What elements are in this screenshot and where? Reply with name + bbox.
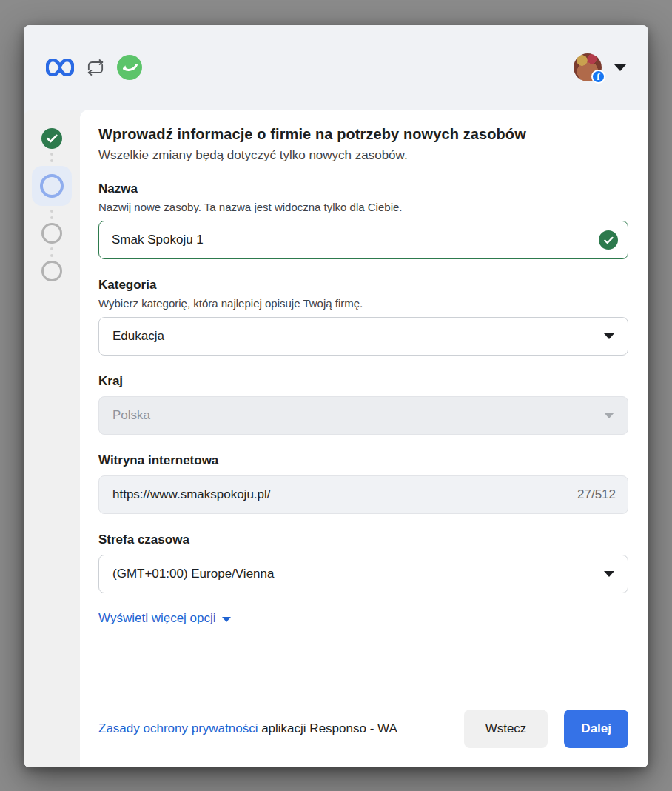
website-label: Witryna internetowa xyxy=(98,453,628,468)
wizard-content: Wprowadź informacje o firmie na potrzeby… xyxy=(80,110,648,767)
meta-logo-icon xyxy=(46,59,74,76)
next-button[interactable]: Dalej xyxy=(564,710,628,748)
name-label: Nazwa xyxy=(98,181,628,196)
name-input-container xyxy=(98,221,628,259)
page-title: Wprowadź informacje o firmie na potrzeby… xyxy=(98,126,628,143)
field-timezone: Strefa czasowa (GMT+01:00) Europe/Vienna xyxy=(98,533,628,593)
privacy-policy-link[interactable]: Zasady ochrony prywatności xyxy=(98,721,258,735)
step-1-completed-icon xyxy=(41,128,62,149)
setup-wizard-window: f Wprowadź informacje o firmie na po xyxy=(24,25,648,767)
char-counter: 27/512 xyxy=(577,487,616,502)
category-select-value: Edukacja xyxy=(112,329,164,344)
sync-arrows-icon xyxy=(85,59,106,76)
category-select[interactable]: Edukacja xyxy=(98,317,628,356)
field-website: Witryna internetowa 27/512 xyxy=(98,453,628,514)
chevron-down-icon xyxy=(604,333,614,339)
step-connector xyxy=(50,153,53,162)
chevron-down-icon xyxy=(604,571,614,577)
step-2-current-ring-icon xyxy=(40,174,64,198)
name-helper: Nazwij nowe zasoby. Ta nazwa jest widocz… xyxy=(98,201,628,213)
header-brand-group xyxy=(46,55,142,80)
wizard-body: Wprowadź informacje o firmie na potrzeby… xyxy=(24,110,648,767)
show-more-options-link[interactable]: Wyświetl więcej opcji xyxy=(98,611,231,626)
name-input[interactable] xyxy=(112,233,599,247)
step-2-current xyxy=(32,166,72,206)
account-dropdown-caret-icon[interactable] xyxy=(614,64,626,71)
step-rail xyxy=(24,110,80,767)
wizard-footer: Zasady ochrony prywatności aplikacji Res… xyxy=(98,695,628,767)
step-connector xyxy=(50,210,53,219)
responso-app-logo-icon xyxy=(117,55,142,80)
user-avatar[interactable]: f xyxy=(574,53,602,81)
country-select: Polska xyxy=(98,396,628,435)
privacy-notice: Zasady ochrony prywatności aplikacji Res… xyxy=(98,719,397,738)
facebook-badge-icon: f xyxy=(591,70,605,84)
field-country: Kraj Polska xyxy=(98,374,628,435)
account-menu[interactable]: f xyxy=(574,53,626,81)
valid-check-icon xyxy=(599,230,618,250)
country-label: Kraj xyxy=(98,374,628,389)
page-subtitle: Wszelkie zmiany będą dotyczyć tylko nowy… xyxy=(98,148,628,163)
footer-buttons: Wstecz Dalej xyxy=(464,710,628,748)
timezone-label: Strefa czasowa xyxy=(98,533,628,547)
chevron-down-icon xyxy=(222,617,231,622)
website-input[interactable] xyxy=(112,487,568,502)
category-label: Kategoria xyxy=(98,278,628,293)
step-connector xyxy=(50,247,53,257)
field-category: Kategoria Wybierz kategorię, która najle… xyxy=(98,278,628,356)
timezone-select-value: (GMT+01:00) Europe/Vienna xyxy=(112,567,274,581)
category-helper: Wybierz kategorię, która najlepiej opisu… xyxy=(98,297,628,310)
website-input-container: 27/512 xyxy=(98,475,628,514)
privacy-notice-rest: aplikacji Responso - WA xyxy=(258,721,397,735)
step-3-upcoming-icon xyxy=(41,223,62,244)
chevron-down-icon xyxy=(604,413,614,418)
step-4-upcoming-icon xyxy=(41,261,62,281)
show-more-options-label: Wyświetl więcej opcji xyxy=(98,611,216,626)
timezone-select[interactable]: (GMT+01:00) Europe/Vienna xyxy=(98,555,628,593)
field-name: Nazwa Nazwij nowe zasoby. Ta nazwa jest … xyxy=(98,181,628,259)
country-select-value: Polska xyxy=(112,408,150,423)
top-header: f xyxy=(24,25,648,110)
back-button[interactable]: Wstecz xyxy=(464,710,548,748)
